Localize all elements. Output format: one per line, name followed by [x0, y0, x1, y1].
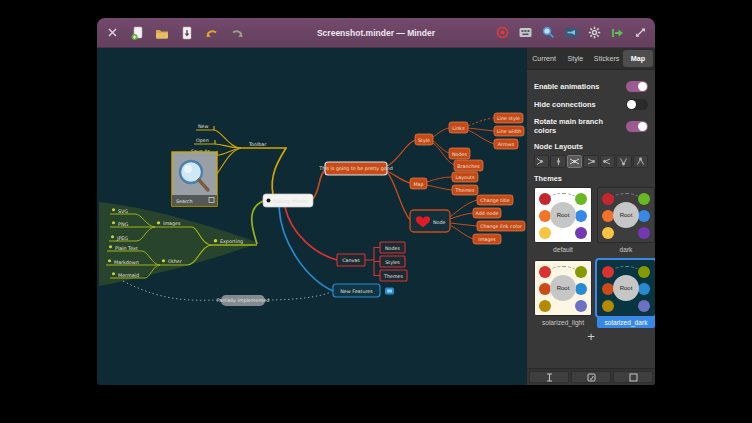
svg-text:Line width: Line width: [497, 129, 522, 134]
svg-text:Map: Map: [413, 182, 423, 187]
svg-text:JPEG: JPEG: [116, 236, 128, 241]
text-height-icon[interactable]: [529, 371, 569, 383]
svg-text:Style: Style: [418, 138, 430, 143]
close-icon[interactable]: [104, 25, 120, 41]
svg-text:Nodes: Nodes: [452, 152, 468, 157]
branch-links: [123, 118, 494, 300]
svg-text:This is going to be pretty goo: This is going to be pretty good: [318, 166, 392, 171]
theme-dark[interactable]: Root dark: [597, 187, 655, 255]
node-change-title[interactable]: Change title: [477, 195, 513, 205]
svg-text:Canvas: Canvas: [342, 258, 360, 263]
tab-stickers[interactable]: Stickers: [592, 50, 622, 67]
titlebar: Screenshot.minder — Minder: [97, 18, 655, 48]
node-open[interactable]: Open: [194, 138, 215, 145]
theme-name: solarized_dark: [597, 317, 655, 328]
node-links[interactable]: Links: [449, 122, 468, 133]
svg-text:Themes: Themes: [454, 188, 475, 193]
node-line-style[interactable]: Line style: [494, 113, 523, 123]
node-node-images[interactable]: Images: [473, 234, 501, 244]
new-document-icon[interactable]: [129, 25, 145, 41]
svg-text:Styles: Styles: [385, 260, 400, 265]
node-change-link-color[interactable]: Change link color: [477, 221, 525, 231]
node-layouts-row: [534, 155, 648, 168]
theme-name: dark: [597, 244, 655, 255]
blank-square-icon[interactable]: [613, 371, 653, 383]
svg-text:Markdown: Markdown: [114, 260, 139, 265]
node-map[interactable]: Map: [410, 178, 427, 189]
layout-manual-icon[interactable]: [534, 155, 549, 168]
sidebar: Current Style Stickers Map Enable animat…: [527, 48, 655, 385]
node-style[interactable]: Style: [415, 134, 433, 145]
resize-icon[interactable]: [632, 25, 648, 41]
rotate-branch-colors-toggle[interactable]: [626, 121, 648, 132]
svg-text:Search: Search: [176, 199, 192, 204]
node-add-node[interactable]: Add node: [473, 208, 501, 218]
undo-icon[interactable]: [204, 25, 220, 41]
layout-upwards-icon[interactable]: [616, 155, 631, 168]
layout-to-left-icon[interactable]: [583, 155, 598, 168]
node-line-width[interactable]: Line width: [494, 126, 524, 136]
node-heart-image[interactable]: Node: [410, 210, 450, 232]
node-layouts-label: Node Layouts: [534, 142, 648, 151]
svg-text:SVG: SVG: [118, 209, 128, 214]
svg-text:Links: Links: [452, 126, 465, 131]
keyboard-shortcuts-icon[interactable]: [517, 25, 533, 41]
connection-label[interactable]: Partially implemented: [217, 295, 270, 306]
layout-downwards-icon[interactable]: [633, 155, 648, 168]
settings-gear-icon[interactable]: [586, 25, 602, 41]
node-canvas-nodes[interactable]: Nodes: [380, 242, 405, 253]
add-theme-button[interactable]: +: [527, 329, 655, 344]
root-dot-icon: [267, 199, 271, 203]
snapshot-icon[interactable]: [571, 371, 611, 383]
svg-text:Layouts: Layouts: [456, 175, 475, 180]
node-layouts[interactable]: Layouts: [452, 172, 478, 182]
svg-text:Toolbar: Toolbar: [248, 142, 266, 147]
node-selected[interactable]: This is going to be pretty good: [318, 162, 392, 175]
enable-animations-toggle[interactable]: [626, 81, 648, 92]
svg-text:Line style: Line style: [497, 116, 520, 121]
node-arrows[interactable]: Arrows: [494, 139, 518, 149]
tab-current[interactable]: Current: [529, 50, 559, 67]
focus-mode-icon[interactable]: [494, 25, 510, 41]
hide-connections-toggle[interactable]: [626, 99, 648, 110]
mindmap-canvas[interactable]: Toolbar New Open Save As: [97, 48, 527, 385]
node-nodes[interactable]: Nodes: [449, 148, 470, 159]
node-new[interactable]: New: [196, 124, 214, 131]
sticker-badge-icon: [385, 288, 394, 295]
theme-solarized-dark[interactable]: Root solarized_dark: [597, 260, 655, 328]
theme-grid: Root default Root dark: [534, 187, 648, 328]
node-canvas[interactable]: Canvas: [337, 254, 365, 266]
layout-to-right-icon[interactable]: [600, 155, 615, 168]
node-search-image[interactable]: Search: [172, 152, 217, 206]
svg-text:Arrows: Arrows: [498, 142, 515, 147]
layout-vertical-icon[interactable]: [550, 155, 565, 168]
node-new-features[interactable]: New Features: [333, 284, 380, 297]
svg-text:Node: Node: [433, 220, 446, 225]
open-folder-icon[interactable]: [154, 25, 170, 41]
export-image-icon[interactable]: [563, 25, 579, 41]
tab-map[interactable]: Map: [623, 50, 653, 67]
node-root[interactable]: Making Minder: [263, 194, 313, 207]
export-icon[interactable]: [609, 25, 625, 41]
svg-text:Partially implemented: Partially implemented: [217, 298, 270, 303]
svg-text:Branches: Branches: [457, 164, 480, 169]
zoom-icon[interactable]: [540, 25, 556, 41]
svg-text:New Features: New Features: [340, 289, 373, 294]
tab-style[interactable]: Style: [560, 50, 590, 67]
node-toolbar[interactable]: Toolbar: [241, 142, 287, 149]
redo-icon[interactable]: [229, 25, 245, 41]
node-branches[interactable]: Branches: [454, 160, 483, 171]
save-icon[interactable]: [179, 25, 195, 41]
node-canvas-styles[interactable]: Styles: [380, 256, 405, 267]
theme-default[interactable]: Root default: [534, 187, 592, 255]
sidebar-bottom-bar: [527, 368, 655, 385]
svg-text:Change title: Change title: [480, 198, 509, 203]
layout-horizontal-icon[interactable]: [567, 155, 582, 168]
node-canvas-themes[interactable]: Themes: [380, 270, 407, 281]
theme-solarized-light[interactable]: Root solarized_light: [534, 260, 592, 328]
svg-text:Images: Images: [163, 221, 181, 226]
node-themes[interactable]: Themes: [452, 185, 478, 195]
svg-text:Images: Images: [478, 237, 496, 242]
svg-text:Making Minder: Making Minder: [273, 199, 308, 204]
rotate-branch-colors-label: Rotate main branch colors: [534, 117, 626, 135]
